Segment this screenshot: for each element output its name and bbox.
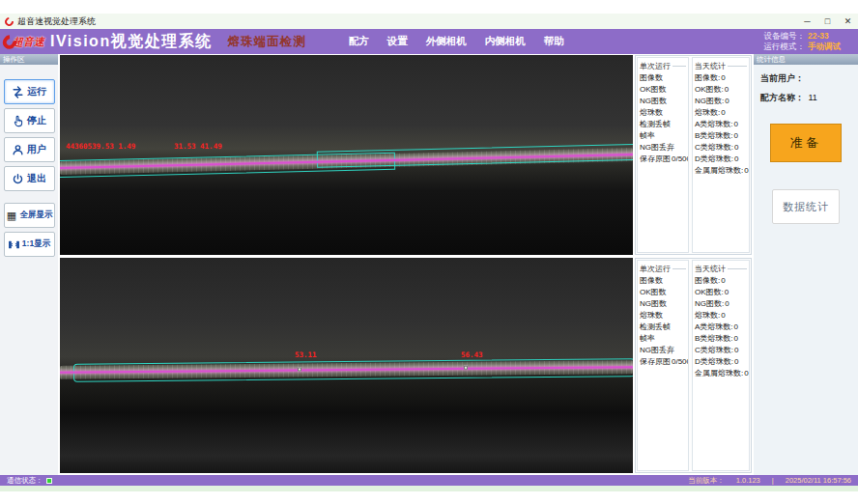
- maximize-button[interactable]: □: [817, 14, 838, 29]
- stat-row: OK图数: [638, 84, 688, 96]
- stat-row: OK图数:0: [693, 287, 749, 298]
- run-mode-label: 运行模式：: [764, 42, 806, 53]
- operation-sidebar: 操作区 运行 停止 用户 退出 ▦ 全屏显示: [0, 54, 58, 475]
- stat-row: 熔珠数:0: [693, 310, 749, 322]
- info-panel: 统计信息 当前用户： 配方名称： 11 准备 数据统计: [754, 54, 858, 475]
- brand-text: 超音速: [13, 35, 44, 49]
- defect-mark: [464, 366, 468, 370]
- one-to-one-button[interactable]: 1:1显示: [4, 232, 55, 257]
- stat-row: NG图丢弃: [638, 345, 688, 356]
- menu-item-outer-camera[interactable]: 外侧相机: [426, 35, 467, 48]
- stat-row: B类熔珠数:0: [693, 333, 749, 345]
- close-button[interactable]: ✕: [838, 14, 858, 29]
- recipe-name-value: 11: [809, 93, 817, 102]
- stats-panel-outer: 单次运行 图像数 OK图数 NG图数 熔珠数 检测丢帧 帧率 NG图丢弃 保存原…: [635, 55, 752, 255]
- stat-row: A类熔珠数:0: [693, 119, 749, 130]
- stat-row: 金属屑熔珠数:0: [693, 165, 749, 177]
- user-label: 用户: [27, 143, 46, 156]
- stat-row: D类熔珠数:0: [693, 356, 749, 368]
- stat-row: 检测丢帧: [638, 322, 688, 333]
- current-user-label: 当前用户：: [760, 73, 804, 83]
- stat-row: 金属屑熔珠数:0: [693, 368, 749, 379]
- fullscreen-grid-icon: ▦: [6, 210, 18, 222]
- brand-logo: 超音速: [3, 35, 44, 49]
- run-button[interactable]: 运行: [4, 79, 55, 104]
- today-title: 当天统计: [693, 58, 749, 72]
- stat-row: D类熔珠数:0: [693, 154, 749, 165]
- one-to-one-label: 1:1显示: [22, 238, 50, 250]
- stat-row: 帧率: [638, 333, 688, 345]
- comm-status-label: 通信状态：: [7, 476, 43, 486]
- window-title: 超音速视觉处理系统: [17, 15, 96, 28]
- fullscreen-label: 全屏显示: [20, 210, 53, 221]
- status-bar: 通信状态： 当前版本： 1.0.123 | 2025/02/11 16:57:5…: [0, 475, 858, 486]
- stat-row: NG图丢弃: [638, 142, 688, 154]
- single-run-column: 单次运行 图像数 OK图数 NG图数 熔珠数 检测丢帧 帧率 NG图丢弃 保存原…: [637, 57, 689, 253]
- stat-row: NG图数:0: [693, 96, 749, 107]
- weld-bead-overlay: [60, 143, 633, 180]
- stat-row: OK图数:0: [693, 84, 749, 96]
- run-label: 运行: [27, 85, 46, 98]
- stat-row: NG图数: [638, 298, 688, 310]
- exit-button[interactable]: 退出: [4, 166, 55, 191]
- exit-label: 退出: [27, 172, 46, 185]
- stat-row: C类熔珠数:0: [693, 142, 749, 154]
- camera-view-outer: 44360539.53 1.49 31.53 41.49: [60, 55, 633, 255]
- weld-bead-overlay: [60, 355, 633, 384]
- stop-button[interactable]: 停止: [4, 108, 55, 133]
- stat-row: NG图数:0: [693, 298, 749, 310]
- device-info: 设备编号： 22-33 运行模式： 手动调试: [764, 31, 842, 53]
- sidebar-title: 操作区: [0, 54, 58, 65]
- stats-panel-inner: 单次运行 图像数 OK图数 NG图数 熔珠数 检测丢帧 帧率 NG图丢弃 保存原…: [635, 258, 752, 473]
- camera-view-inner: 53.11 56.43: [60, 258, 633, 473]
- today-column: 当天统计 图像数:0 OK图数:0 NG图数:0 熔珠数:0 A类熔珠数:0 B…: [692, 260, 750, 471]
- power-icon: [12, 173, 24, 185]
- measurement-annotation: 31.53 41.49: [174, 142, 222, 151]
- defect-mark: [298, 367, 301, 371]
- version-label: 当前版本：: [688, 476, 725, 486]
- device-id-label: 设备编号：: [764, 31, 806, 42]
- prepare-button[interactable]: 准备: [770, 124, 842, 162]
- device-id-value: 22-33: [808, 31, 829, 42]
- version-value: 1.0.123: [736, 476, 760, 485]
- stat-row: 熔珠数:0: [693, 107, 749, 119]
- stat-row: 检测丢帧: [638, 119, 688, 130]
- stop-label: 停止: [27, 114, 46, 127]
- today-column: 当天统计 图像数:0 OK图数:0 NG图数:0 熔珠数:0 A类熔珠数:0 B…: [692, 57, 750, 253]
- page-subtitle: 熔珠端面检测: [228, 34, 306, 50]
- comm-status-indicator: [46, 478, 52, 484]
- menu-item-help[interactable]: 帮助: [544, 35, 564, 48]
- user-icon: [12, 144, 24, 156]
- minimize-button[interactable]: ─: [797, 14, 817, 29]
- app-logo-icon: [3, 15, 15, 28]
- measurement-annotation: 44360539.53 1.49: [66, 142, 135, 151]
- menu-item-settings[interactable]: 设置: [387, 35, 408, 48]
- stat-row: 图像数:0: [693, 72, 749, 84]
- stat-row: 熔珠数: [638, 107, 688, 119]
- statusbar-separator: |: [772, 476, 774, 485]
- run-mode-value: 手动调试: [808, 42, 841, 53]
- page-title: IVision视觉处理系统: [50, 32, 213, 52]
- run-icon: [12, 86, 24, 98]
- user-button[interactable]: 用户: [4, 137, 55, 162]
- stat-row: 图像数:0: [693, 275, 749, 287]
- app-header: 超音速 IVision视觉处理系统 熔珠端面检测 配方 设置 外侧相机 内侧相机…: [0, 29, 858, 54]
- stat-row: 熔珠数: [638, 310, 688, 322]
- menu-item-recipe[interactable]: 配方: [349, 35, 369, 48]
- stat-row: B类熔珠数:0: [693, 130, 749, 142]
- stat-row: A类熔珠数:0: [693, 322, 749, 333]
- os-titlebar: 超音速视觉处理系统 ─ □ ✕: [0, 14, 858, 29]
- menu-item-inner-camera[interactable]: 内侧相机: [485, 35, 526, 48]
- data-statistics-button[interactable]: 数据统计: [772, 189, 840, 224]
- stat-row: 图像数: [638, 72, 688, 84]
- fullscreen-button[interactable]: ▦ 全屏显示: [4, 203, 55, 228]
- single-run-column: 单次运行 图像数 OK图数 NG图数 熔珠数 检测丢帧 帧率 NG图丢弃 保存原…: [637, 260, 689, 471]
- menu-bar: 配方 设置 外侧相机 内侧相机 帮助: [349, 35, 564, 48]
- stat-row: 帧率: [638, 130, 688, 142]
- stat-row: 保存原图0/500: [638, 356, 688, 368]
- recipe-name-label: 配方名称：: [760, 93, 804, 102]
- info-panel-title: 统计信息: [754, 54, 858, 65]
- stat-row: C类熔珠数:0: [693, 345, 749, 356]
- single-run-title: 单次运行: [638, 58, 688, 72]
- single-run-title: 单次运行: [638, 261, 688, 275]
